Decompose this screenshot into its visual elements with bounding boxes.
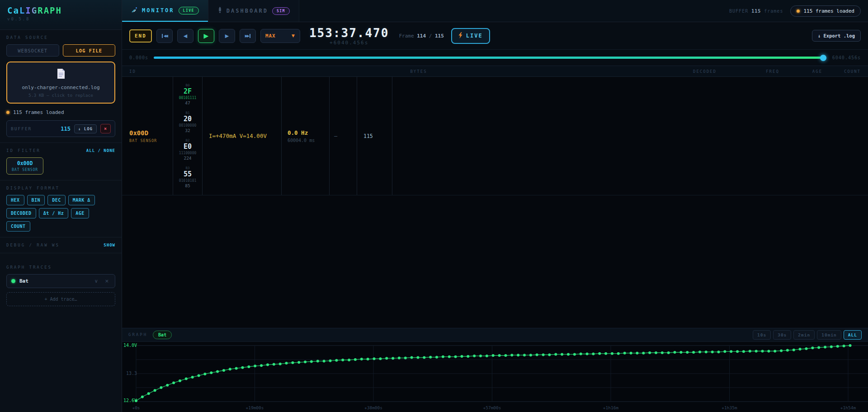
- download-log-button[interactable]: ↓ LOG: [74, 124, 97, 133]
- add-trace-button[interactable]: + Add trace…: [6, 292, 115, 306]
- row-age-cell: —: [330, 77, 357, 195]
- frame-table-row[interactable]: 0x00D BAT SENSOR B02F0010111147B12000100…: [122, 77, 868, 195]
- header-bytes: BYTES: [173, 69, 664, 74]
- tab-dashboard-label: DASHBOARD: [226, 8, 268, 14]
- timeline-start-label: 0.000s: [129, 55, 148, 60]
- step-back-icon: ◀: [184, 33, 187, 39]
- format-button-count[interactable]: COUNT: [6, 221, 30, 232]
- timeline-fill: [154, 57, 823, 59]
- id-filter-chip-0x00d[interactable]: 0x00DBAT SENSOR: [6, 157, 43, 175]
- chip-id: 0x00D: [12, 160, 38, 166]
- range-button-10s[interactable]: 10s: [753, 330, 771, 340]
- format-button-age[interactable]: AGE: [71, 208, 89, 218]
- id-filter-title: ID FILTER: [6, 148, 41, 153]
- skip-end-icon: ▶▶: [245, 34, 250, 38]
- trace-name: Bat: [19, 278, 89, 284]
- row-freq-cell: 0.0 Hz 60004.0 ms: [282, 77, 330, 195]
- tab-monitor-label: MONITOR: [142, 7, 175, 14]
- speed-select[interactable]: MAX ▼: [260, 29, 300, 43]
- trace-item-bat[interactable]: Bat∨×: [6, 274, 115, 288]
- frames-pill-dot: [797, 9, 800, 13]
- debug-show-link[interactable]: SHOW: [104, 243, 115, 247]
- display-format-title: DISPLAY FORMAT: [6, 186, 115, 190]
- export-log-button[interactable]: ↓ Export .log: [812, 30, 861, 42]
- byte-group-b3: B3550101010185: [179, 166, 197, 189]
- sim-badge: SIM: [272, 7, 290, 15]
- row-bytes-cell: B02F0010111147B1200010000032B2E011100000…: [173, 77, 203, 195]
- id-filter-section: ID FILTER ALL / NONE 0x00DBAT SENSOR: [0, 143, 122, 180]
- clear-buffer-button[interactable]: ×: [100, 124, 111, 133]
- x-tick-label: +1h54m: [840, 405, 856, 410]
- range-button-30s[interactable]: 30s: [773, 330, 791, 340]
- range-button-2min[interactable]: 2min: [793, 330, 815, 340]
- format-button--t-hz[interactable]: Δt / Hz: [39, 208, 69, 218]
- skip-start-icon: ◀◀: [162, 34, 167, 38]
- download-icon: ↓: [818, 33, 824, 38]
- row-decoded-cell: I=+470mA V=14.00V: [203, 77, 282, 195]
- header-count: COUNT: [835, 69, 868, 74]
- byte-group-b1: B1200010000032: [179, 111, 197, 133]
- live-badge: LIVE: [179, 7, 199, 14]
- log-file-name: only-charger-connected.log: [12, 85, 110, 90]
- format-button-decoded[interactable]: DECODED: [6, 208, 36, 218]
- frame-counter: Frame 114 / 115: [399, 33, 443, 39]
- tab-dashboard[interactable]: DASHBOARD SIM: [208, 0, 299, 22]
- step-back-button[interactable]: ◀: [177, 29, 193, 43]
- x-tick-label: +1h16m: [603, 405, 618, 410]
- app-window: CaLIGRAPH v0.5.8 DATA SOURCE WEBSOCKET L…: [0, 0, 868, 412]
- x-tick-label: +0s: [132, 405, 140, 410]
- frame-id-name: BAT SENSOR: [129, 138, 173, 143]
- timeline-slider[interactable]: [154, 57, 827, 59]
- graph-panel: GRAPH Bat 10s30s2min10minALL 14.0V 13.3 …: [122, 328, 868, 412]
- table-empty-area: [122, 195, 868, 328]
- dashboard-rocket-icon: [217, 7, 222, 15]
- format-button-mark-[interactable]: MARK Δ: [68, 195, 95, 205]
- step-forward-button[interactable]: ▶: [219, 29, 235, 43]
- trace-remove-icon[interactable]: ×: [104, 278, 110, 284]
- topbar: MONITOR LIVE DASHBOARD SIM BUFFER 115 fr…: [122, 0, 868, 22]
- timeline-thumb[interactable]: [820, 55, 826, 61]
- app-version: v0.5.8: [7, 17, 114, 21]
- frames-loaded-pill: 115 frames loaded: [790, 5, 861, 17]
- range-button-10min[interactable]: 10min: [817, 330, 841, 340]
- skip-end-button[interactable]: ▶▶: [240, 29, 256, 43]
- lightning-bolt-icon: [458, 32, 462, 40]
- graph-title: GRAPH: [128, 332, 147, 337]
- end-position-button[interactable]: END: [129, 29, 152, 43]
- websocket-tab-button[interactable]: WEBSOCKET: [6, 44, 59, 57]
- all-none-link[interactable]: ALL / NONE: [86, 148, 115, 153]
- format-button-dec[interactable]: DEC: [47, 195, 66, 205]
- timeline-end-label: 6040.456s: [832, 55, 861, 60]
- range-buttons: 10s30s2min10minALL: [753, 330, 862, 340]
- range-button-all[interactable]: ALL: [844, 330, 862, 340]
- log-file-dropzone[interactable]: only-charger-connected.log 5.3 KB — clic…: [6, 62, 115, 104]
- id-chip-list: 0x00DBAT SENSOR: [6, 157, 115, 175]
- header-id: ID: [122, 69, 173, 74]
- frames-loaded-text: 115 frames loaded: [13, 109, 64, 115]
- buffer-count: 115: [61, 126, 71, 132]
- timeline-row: 0.000s 6040.456s: [122, 50, 868, 66]
- format-button-bin[interactable]: BIN: [27, 195, 45, 205]
- debug-section: DEBUG / RAW WS SHOW: [0, 237, 122, 253]
- skip-start-button[interactable]: ◀◀: [156, 29, 173, 43]
- main-panel: MONITOR LIVE DASHBOARD SIM BUFFER 115 fr…: [122, 0, 868, 412]
- live-button[interactable]: LIVE: [451, 28, 490, 44]
- graph-header: GRAPH Bat 10s30s2min10minALL: [122, 328, 868, 342]
- tab-monitor[interactable]: MONITOR LIVE: [122, 0, 208, 22]
- current-time: 153:37.470: [309, 26, 389, 40]
- chip-name: BAT SENSOR: [12, 168, 38, 172]
- row-count-cell: 115: [357, 77, 392, 195]
- y-tick-mid: 13.3: [126, 371, 137, 376]
- format-button-hex[interactable]: HEX: [6, 195, 24, 205]
- byte-group-b2: B2E011100000224: [179, 138, 197, 161]
- display-format-buttons: HEXBINDECMARK ΔDECODEDΔt / HzAGECOUNT: [6, 195, 115, 232]
- trace-pill-bat[interactable]: Bat: [153, 331, 172, 339]
- logfile-tab-button[interactable]: LOG FILE: [63, 44, 116, 57]
- x-axis-labels: +0s+19m00s+38m00s+57m00s+1h16m+1h35m+1h5…: [122, 404, 868, 412]
- play-icon: ▶: [203, 32, 208, 39]
- frequency-value: 0.0 Hz: [288, 129, 329, 136]
- trace-collapse-icon[interactable]: ∨: [93, 278, 99, 284]
- display-format-section: DISPLAY FORMAT HEXBINDECMARK ΔDECODEDΔt …: [0, 180, 122, 237]
- play-button[interactable]: ▶: [198, 29, 214, 43]
- x-tick-label: +1h35m: [722, 405, 737, 410]
